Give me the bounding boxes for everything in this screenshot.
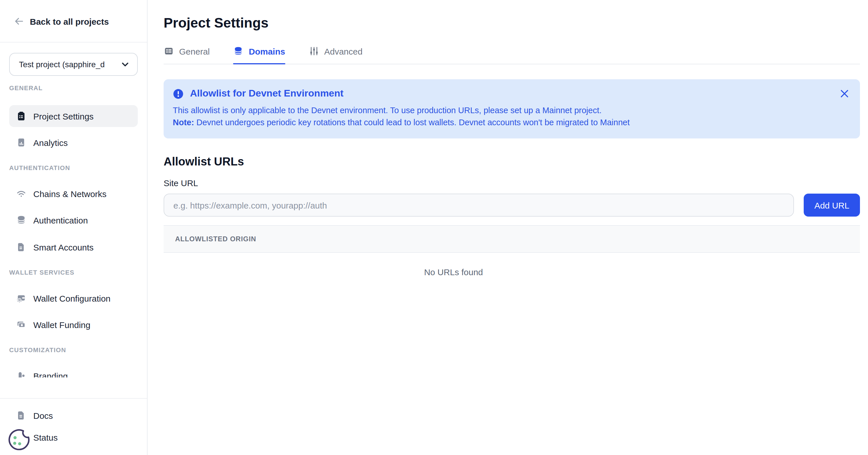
site-url-row: Add URL [164,194,860,217]
bar-chart-card-icon [16,137,26,148]
sliders-icon [309,46,319,56]
paint-roller-icon [16,371,26,377]
sidebar-item-docs[interactable]: Docs [9,404,138,426]
allowlist-urls-heading: Allowlist URLs [164,155,860,168]
back-to-projects-link[interactable]: Back to all projects [0,0,147,29]
tab-domains[interactable]: Domains [234,46,285,64]
sidebar-item-label: Wallet Funding [33,320,90,330]
empty-state-text: No URLs found [424,267,483,277]
wifi-icon [16,189,26,199]
document-icon [16,242,26,252]
sidebar-item-analytics[interactable]: Analytics [9,132,138,153]
tab-general[interactable]: General [164,46,210,64]
sidebar-item-project-settings[interactable]: Project Settings [9,105,138,127]
banner-title: Allowlist for Devnet Environment [190,88,344,99]
tab-bar: General Domains Advanced [164,46,860,64]
sidebar-item-label: Branding [33,371,68,377]
banner-line-1: This allowlist is only applicable to the… [173,105,851,117]
section-label-customization: CUSTOMIZATION [9,346,138,354]
app-window: Back to all projects Test project (sapph… [0,0,868,455]
section-label-wallet-services: WALLET SERVICES [9,268,138,276]
sidebar-nav: GENERAL Project Settings Analytics AUTHE… [0,84,147,377]
sidebar-item-branding[interactable]: Branding [9,365,138,377]
back-link-label: Back to all projects [30,17,109,26]
sidebar-top-divider [0,42,147,42]
clipboard-icon [16,111,26,121]
alert-circle-icon [173,88,184,99]
document-icon [16,410,26,421]
sidebar-item-chains-networks[interactable]: Chains & Networks [9,183,138,204]
project-selector[interactable]: Test project (sapphire_d [9,53,138,76]
section-label-general: GENERAL [9,84,138,92]
banner-note-text: Devnet undergoes periodic key rotations … [196,118,630,127]
tab-label: General [179,46,210,56]
sidebar-item-label: Authentication [33,215,88,225]
close-icon[interactable] [840,90,848,98]
site-url-input[interactable] [164,194,794,217]
sidebar-item-label: Project Settings [33,111,94,121]
site-url-label: Site URL [164,178,860,188]
chevron-down-icon [121,60,130,69]
add-url-button[interactable]: Add URL [804,194,860,217]
sidebar-item-label: Docs [33,410,53,420]
database-icon [16,215,26,225]
database-icon [234,46,244,56]
banknote-icon [16,319,26,330]
cookie-icon [6,427,32,454]
sidebar-item-label: Wallet Configuration [33,293,111,303]
cookie-consent-button[interactable] [6,427,32,455]
sidebar: Back to all projects Test project (sapph… [0,0,148,455]
sidebar-item-label: Chains & Networks [33,189,106,198]
sidebar-item-wallet-funding[interactable]: Wallet Funding [9,314,138,336]
sidebar-item-label: Status [33,432,58,442]
tab-advanced[interactable]: Advanced [309,46,362,64]
main-content: Project Settings General Domains Advance… [148,0,868,455]
allowlisted-origin-header: ALLOWLISTED ORIGIN [164,225,860,253]
arrow-left-icon [14,16,24,26]
banner-note-label: Note: [173,118,194,127]
sidebar-item-wallet-configuration[interactable]: Wallet Configuration [9,287,138,309]
sidebar-item-authentication[interactable]: Authentication [9,209,138,231]
tab-label: Advanced [324,46,362,56]
sidebar-item-label: Smart Accounts [33,242,94,252]
project-selector-value: Test project (sapphire_d [19,60,118,69]
table-grid-icon [164,46,174,56]
sidebar-item-smart-accounts[interactable]: Smart Accounts [9,236,138,258]
allowlisted-origin-header-label: ALLOWLISTED ORIGIN [175,235,256,243]
sidebar-item-label: Analytics [33,138,68,147]
empty-state: No URLs found [164,253,860,278]
banner-body: This allowlist is only applicable to the… [173,105,851,129]
page-title: Project Settings [164,15,860,31]
tab-label: Domains [249,46,285,56]
section-label-authentication: AUTHENTICATION [9,164,138,172]
banner-line-2: Note: Devnet undergoes periodic key rota… [173,117,851,129]
devnet-allowlist-banner: Allowlist for Devnet Environment This al… [164,79,860,138]
wallet-gear-icon [16,293,26,303]
